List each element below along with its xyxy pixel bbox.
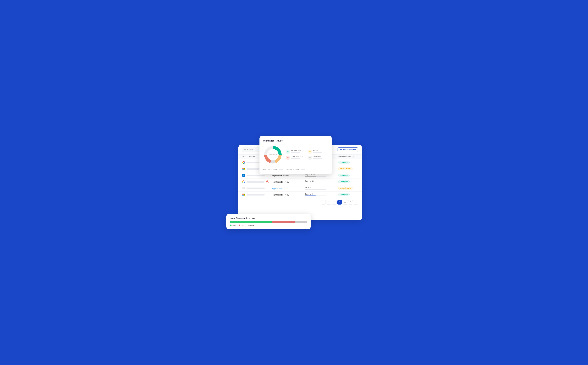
warming-type: Reputation Recovery bbox=[272, 181, 305, 183]
donut-label: Deliverable bbox=[269, 154, 277, 156]
missing-dot bbox=[248, 225, 250, 226]
inbox-bar bbox=[230, 221, 273, 223]
email-bar bbox=[246, 188, 265, 189]
stat-info: UNDELIVERABLE bbox=[291, 156, 304, 159]
duplicated-label: Duplicated emails: bbox=[287, 169, 300, 171]
missing-label: Missing: bbox=[250, 225, 256, 226]
status-cell: Issues Detected bbox=[338, 167, 362, 170]
progress-cell: Day 4 of 30 bbox=[305, 180, 338, 183]
progress-bar-fill bbox=[305, 196, 316, 196]
table-row: Reputation Recovery Day 2 of 4 Configure… bbox=[238, 192, 362, 198]
risky-icon: ✉ bbox=[308, 150, 312, 154]
progress-bar-fill bbox=[305, 176, 316, 177]
verification-stats: ✉ DELIVERABLE ✉ RISKY ✉ bbox=[286, 150, 328, 160]
stat-value bbox=[291, 158, 300, 159]
duplicated-value bbox=[301, 169, 305, 170]
inbox-title: Inbox Placement Overview bbox=[230, 217, 307, 219]
inbox-label: Inbox: bbox=[232, 225, 237, 226]
pagination-page-5[interactable]: 5 bbox=[348, 200, 353, 204]
email-bar bbox=[246, 175, 265, 176]
legend-inbox: Inbox: bbox=[230, 225, 237, 226]
stat-name-unknown: UNKNOWN bbox=[313, 156, 322, 158]
progress-label: No data bbox=[305, 187, 338, 189]
pagination-page-4[interactable]: 4 bbox=[343, 200, 347, 204]
stat-name-risky: RISKY bbox=[313, 150, 322, 152]
microsoft-icon bbox=[242, 167, 245, 170]
inbox-legend: Inbox: Spam: Missing: bbox=[230, 225, 307, 226]
inbox-placement-card: Inbox Placement Overview Inbox: Spam: Mi… bbox=[226, 214, 311, 229]
connect-mailbox-button[interactable]: + Connect Mailbox bbox=[337, 147, 358, 152]
stat-value bbox=[313, 158, 322, 159]
pagination-page-2[interactable]: 2 bbox=[332, 200, 336, 204]
stat-name-deliverable: DELIVERABLE bbox=[291, 150, 301, 152]
warming-type: Reputation Recovery bbox=[272, 193, 305, 196]
pagination: ‹ 1 2 3 4 5 › bbox=[238, 198, 362, 206]
table-row: ✕ Reputation Recovery Day 4 of 30 Config… bbox=[238, 179, 362, 185]
stat-risky: ✉ RISKY bbox=[308, 150, 328, 154]
total-verified-value bbox=[279, 169, 283, 170]
svg-text:O: O bbox=[243, 175, 244, 176]
missing-bar bbox=[295, 221, 307, 223]
status-cell: Configured bbox=[338, 174, 362, 177]
status-badge-configured: Configured bbox=[338, 193, 350, 196]
google-icon bbox=[242, 180, 245, 183]
stat-undeliverable: ✉ UNDELIVERABLE bbox=[286, 156, 306, 160]
pagination-prev[interactable]: ‹ bbox=[321, 200, 326, 204]
progress-label: Day 2 of 4 bbox=[305, 193, 338, 195]
email-bar bbox=[246, 181, 265, 182]
progress-bar-bg bbox=[305, 196, 326, 196]
google-icon bbox=[242, 161, 245, 164]
spam-label: Spam: bbox=[241, 225, 246, 226]
donut-chart: Deliverable bbox=[263, 145, 283, 165]
stat-name-undeliverable: UNDELIVERABLE bbox=[291, 156, 304, 158]
outlook-icon: O bbox=[242, 174, 245, 177]
progress-bar-fill bbox=[305, 182, 308, 183]
status-cell: Configured bbox=[338, 193, 362, 196]
status-badge-configured: Configured bbox=[338, 161, 350, 164]
progress-cell: No data bbox=[305, 187, 338, 190]
pagination-page-1[interactable]: 1 bbox=[327, 200, 331, 204]
progress-cell: Day 2 of 4 bbox=[305, 193, 338, 196]
progress-label: Day 4 of 30 bbox=[305, 180, 338, 182]
verification-body: Deliverable ✉ DELIVERABLE ✉ RISKY bbox=[263, 145, 328, 165]
spam-bar bbox=[272, 221, 295, 223]
inbox-bars bbox=[230, 221, 307, 223]
stat-value bbox=[291, 152, 300, 153]
status-cell: Configured bbox=[338, 161, 362, 164]
status-badge-configured: Configured bbox=[338, 174, 350, 177]
email-cell: ✕ bbox=[242, 180, 272, 183]
table-row: Apply Mode No data Issues Detected ⋮ bbox=[238, 185, 362, 192]
stat-unknown: ✉ UNKNOWN bbox=[308, 156, 328, 160]
stat-value bbox=[313, 152, 322, 153]
verification-title: Verification Results bbox=[263, 140, 328, 142]
warming-type: Reputation Recovery bbox=[272, 174, 305, 177]
progress-bar-bg bbox=[305, 176, 326, 177]
warming-name: Reputation Recovery bbox=[272, 175, 289, 176]
pagination-next[interactable]: › bbox=[354, 200, 358, 204]
warming-name-link[interactable]: Apply Mode bbox=[272, 187, 282, 190]
warming-type: Apply Mode bbox=[272, 187, 305, 190]
legend-spam: Spam: bbox=[239, 225, 246, 226]
auth-info-icon: ⓘ bbox=[352, 156, 354, 158]
status-cell: Configured bbox=[338, 180, 362, 183]
inbox-dot bbox=[230, 225, 231, 226]
total-verified: Total verified emails: bbox=[263, 169, 284, 171]
stat-info: RISKY bbox=[313, 150, 322, 153]
stat-info: UNKNOWN bbox=[313, 156, 322, 159]
status-badge-issues: Issues Detected bbox=[338, 187, 353, 190]
email-bar bbox=[246, 194, 265, 196]
legend-missing: Missing: bbox=[248, 225, 256, 226]
status-badge-issues: Issues Detected bbox=[338, 167, 353, 170]
duplicated-emails: Duplicated emails: bbox=[287, 169, 305, 171]
search-icon bbox=[244, 149, 246, 151]
pagination-page-3[interactable]: 3 bbox=[337, 200, 342, 204]
progress-bar-bg bbox=[305, 182, 326, 183]
warming-name: Reputation Recovery bbox=[272, 181, 289, 183]
status-cell: Issues Detected bbox=[338, 187, 362, 190]
warming-name: Reputation Recovery bbox=[272, 194, 289, 196]
email-cell bbox=[242, 193, 272, 197]
verification-footer: Total verified emails: Duplicated emails… bbox=[263, 167, 328, 171]
microsoft2-icon bbox=[242, 193, 245, 197]
gsuite-icon bbox=[242, 187, 245, 190]
error-icon: ✕ bbox=[266, 181, 269, 183]
